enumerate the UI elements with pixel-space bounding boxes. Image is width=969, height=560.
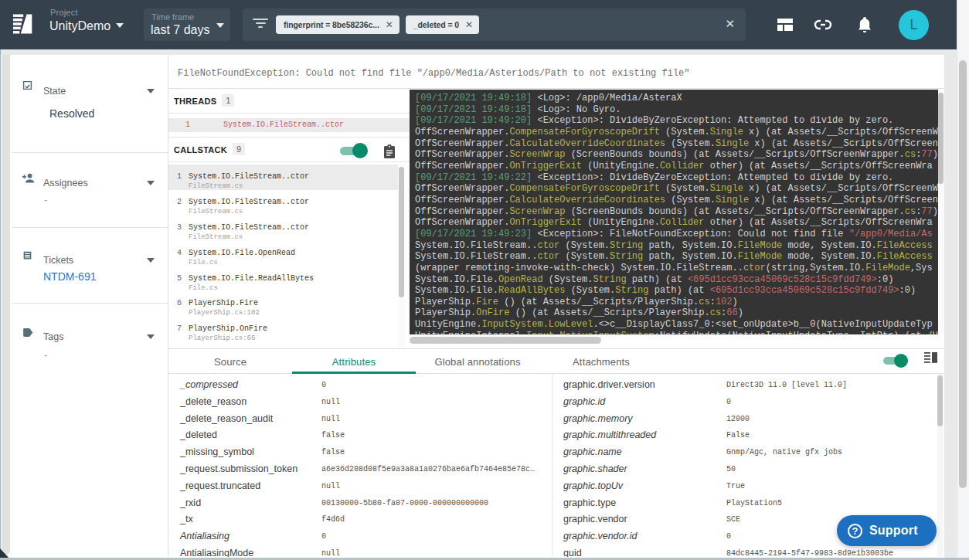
console-line: OffScreenWrapper.CalculateOverrideCoordi… — [415, 138, 938, 150]
console-segment: [09/17/2021 19:49:20] — [415, 115, 532, 126]
callstack-scrollbar[interactable] — [398, 165, 405, 348]
page-scrollbar-thumb[interactable] — [959, 60, 967, 488]
frame-function: System.IO.FileStream..ctor — [189, 172, 309, 181]
console-segment: "/app0/Media/As — [849, 229, 933, 239]
thread-row[interactable]: 1System.IO.FileStream..ctor — [168, 118, 410, 132]
console-segment: path) (at — [648, 285, 709, 296]
console-segment: path) (at — [627, 274, 688, 285]
console-segment: FileAccess — [877, 251, 933, 262]
console-vscrollbar-thumb[interactable] — [938, 93, 944, 184]
console-segment: OffScreenWrapper. — [415, 127, 509, 137]
chevron-down-icon[interactable] — [116, 23, 124, 28]
attributes-toggle[interactable] — [883, 354, 911, 369]
sidebar-scrollbar[interactable] — [0, 55, 12, 560]
attributes-scrollbar[interactable] — [937, 374, 944, 557]
console-segment: CalculateOverrideCoordinates — [509, 195, 665, 205]
clear-search-icon[interactable]: ✕ — [725, 17, 735, 31]
console-log[interactable]: [09/17/2021 19:49:18] <Log>: /app0/Media… — [410, 90, 938, 334]
threads-count-badge: 1 — [222, 94, 234, 107]
tab-global-annotations[interactable]: Global annotations — [416, 349, 539, 374]
attribute-name: graphic.vendor.id — [563, 531, 637, 541]
close-icon[interactable]: ✕ — [465, 20, 473, 29]
console-segment: Single — [710, 183, 743, 194]
callstack-frame[interactable]: 5System.IO.File.ReadAllBytesFile.cs — [168, 266, 398, 292]
tab-attributes[interactable]: Attributes — [292, 349, 416, 374]
console-segment: FileMode — [738, 240, 783, 251]
main-panel: FileNotFoundException: Could not find fi… — [168, 55, 944, 557]
chevron-down-icon[interactable] — [147, 181, 155, 185]
console-horizontal-scrollbar[interactable] — [410, 337, 938, 344]
callstack-header: CALLSTACK 9 — [174, 139, 245, 161]
callstack-frame[interactable]: 1System.IO.FileStream..ctorFileStream.cs — [168, 165, 398, 190]
filter-chip[interactable]: fingerprint = 8be58236c...✕ — [276, 15, 400, 34]
frame-index: 2 — [177, 198, 182, 206]
console-segment: ) — [933, 149, 938, 160]
chevron-down-icon[interactable] — [147, 258, 155, 263]
callstack-toggle[interactable] — [340, 143, 368, 158]
frame-file: FileStream.cs — [189, 182, 243, 190]
chevron-down-icon[interactable] — [147, 334, 155, 339]
filter-chip[interactable]: _deleted = 0✕ — [406, 15, 479, 34]
avatar[interactable]: L — [899, 10, 929, 40]
frame-file: PlayerShip.cs:66 — [189, 334, 255, 342]
console-segment: String — [593, 274, 626, 285]
tab-attachments[interactable]: Attachments — [539, 349, 663, 374]
console-line: OffScreenWrapper.CompensateForGyroscopeD… — [415, 127, 938, 138]
console-segment: CompensateForGyroscopeDrift — [509, 127, 659, 137]
callstack-frame[interactable]: 4System.IO.File.OpenReadFile.cs — [168, 241, 398, 266]
console-vertical-scrollbar[interactable] — [938, 90, 944, 334]
question-icon: ? — [848, 524, 862, 538]
sidebar-section-label: Tickets — [43, 255, 73, 266]
clipboard-icon[interactable] — [383, 144, 396, 158]
right-gutter — [944, 49, 957, 560]
callstack-frame[interactable]: 2System.IO.FileStream..ctorFileStream.cs — [168, 190, 398, 216]
console-line: System.IO.File.OpenRead (System.String p… — [415, 274, 938, 286]
console-segment: Input.NativeInputSystem — [526, 331, 654, 334]
attributes-scrollbar-thumb[interactable] — [937, 375, 943, 426]
project-selector[interactable]: UnityDemo — [49, 19, 110, 33]
attribute-value: 84dc8445-2194-5f47-9983-8d9e1b3003be — [726, 549, 893, 557]
bell-icon[interactable] — [858, 17, 872, 33]
callstack-frame[interactable]: 6PlayerShip.FirePlayerShip.cs:102 — [168, 291, 398, 317]
divider — [12, 227, 168, 228]
search-input[interactable]: fingerprint = 8be58236c...✕_deleted = 0✕… — [243, 8, 746, 41]
console-segment: Single — [716, 138, 749, 149]
close-icon[interactable]: ✕ — [386, 20, 393, 29]
console-line: System.IO.File.ReadAllBytes (System.Stri… — [415, 285, 938, 297]
callstack-scrollbar-thumb[interactable] — [399, 167, 404, 297]
dashboard-icon[interactable] — [777, 19, 793, 31]
density-icon[interactable] — [924, 351, 937, 364]
callstack-frame[interactable]: 3System.IO.FileStream..ctorFileStream.cs — [168, 216, 398, 241]
backtrace-logo-icon[interactable] — [13, 14, 32, 35]
tickets-icon — [22, 249, 35, 262]
callstack-frame[interactable]: 7PlayerShip.OnFirePlayerShip.cs:66 — [168, 317, 398, 342]
console-line: System.IO.FileStream..ctor (System.Strin… — [415, 251, 938, 263]
link-icon[interactable] — [814, 19, 832, 30]
frame-index: 4 — [177, 249, 182, 257]
console-segment: (UnityEngine. — [582, 217, 660, 228]
frame-file: FileStream.cs — [189, 233, 243, 241]
frame-index: 6 — [177, 299, 182, 307]
ticket-link[interactable]: NTDM-691 — [43, 270, 96, 283]
support-button[interactable]: ? Support — [837, 515, 937, 546]
console-segment: :0) — [899, 285, 916, 296]
threads-header: THREADS 1 — [174, 90, 234, 112]
sidebar: StateResolvedAssignees-TicketsNTDM-691Ta… — [12, 55, 168, 557]
console-segment: CalculateOverrideCoordinates — [509, 138, 665, 149]
sidebar-scrollbar-thumb[interactable] — [2, 55, 10, 555]
timeframe-selector[interactable]: Time frame last 7 days — [144, 8, 230, 41]
frame-function: System.IO.File.ReadAllBytes — [189, 274, 314, 283]
page-scrollbar[interactable] — [957, 0, 969, 560]
console-hscrollbar-thumb[interactable] — [410, 337, 601, 344]
tab-source[interactable]: Source — [168, 349, 292, 374]
sidebar-section-label: Tags — [43, 331, 63, 342]
project-label: Project — [50, 8, 78, 17]
chevron-down-icon[interactable] — [147, 89, 155, 93]
frame-file: File.cs — [189, 284, 218, 292]
error-title-row: FileNotFoundException: Could not find fi… — [168, 55, 944, 89]
console-segment: x) (at Assets/__Scripts/OffScreenW — [743, 183, 938, 194]
console-segment: UnityEngine. — [415, 319, 481, 330]
console-segment: (System. — [559, 240, 610, 251]
console-line: [09/17/2021 19:49:22] <Exception>: Divid… — [415, 172, 938, 184]
support-label: Support — [869, 524, 918, 538]
